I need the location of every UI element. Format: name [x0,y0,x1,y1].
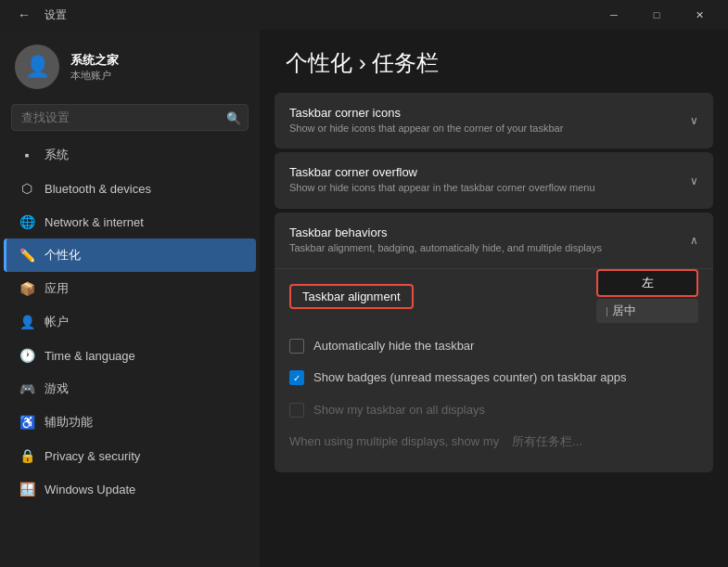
taskbar-corner-icons-card: Taskbar corner icons Show or hide icons … [275,93,713,148]
taskbar-corner-icons-chevron: ∨ [690,114,698,127]
personalization-label: 个性化 [45,247,81,264]
show-badges-label: Show badges (unread messages counter) on… [313,369,626,386]
sidebar-item-gaming[interactable]: 🎮 游戏 [4,372,256,406]
multiple-displays-label: When using multiple displays, show my [289,433,499,450]
titlebar: ← 设置 ─ □ ✕ [0,0,728,30]
all-displays-row: Show my taskbar on all displays [289,394,698,426]
taskbar-corner-icons-desc: Show or hide icons that appear on the co… [289,122,690,135]
sidebar-item-windows-update[interactable]: 🪟 Windows Update [4,472,256,506]
alignment-center-option[interactable]: | 居中 [596,299,698,323]
auto-hide-label: Automatically hide the taskbar [313,338,474,354]
taskbar-behaviors-chevron: ∧ [690,234,698,247]
taskbar-corner-icons-text: Taskbar corner icons Show or hide icons … [289,106,690,135]
show-badges-row: ✓ Show badges (unread messages counter) … [289,362,698,393]
taskbar-behaviors-desc: Taskbar alignment, badging, automaticall… [289,241,690,255]
nav-list: ▪ 系统 ⬡ Bluetooth & devices 🌐 Network & i… [0,138,260,506]
privacy-icon: 🔒 [19,447,35,464]
apps-label: 应用 [45,280,69,297]
taskbar-behaviors-expanded: Taskbar alignment 左 | 居中 Automatically [275,268,713,472]
taskbar-behaviors-text: Taskbar behaviors Taskbar alignment, bad… [289,226,690,255]
sidebar-item-accounts[interactable]: 👤 帐户 [4,305,256,339]
sidebar-item-personalization[interactable]: ✏️ 个性化 [4,238,256,272]
sidebar-item-apps[interactable]: 📦 应用 [4,272,256,305]
sidebar-item-privacy[interactable]: 🔒 Privacy & security [4,439,256,472]
right-panel: 个性化 › 任务栏 Taskbar corner icons Show or h… [260,30,728,567]
gaming-label: 游戏 [45,380,69,397]
page-header: 个性化 › 任务栏 [260,30,728,93]
all-displays-checkbox[interactable] [289,403,304,418]
alignment-left-option[interactable]: 左 [596,269,698,297]
sidebar-item-system[interactable]: ▪ 系统 [4,138,256,172]
minimize-button[interactable]: ─ [593,0,635,30]
taskbar-corner-icons-title: Taskbar corner icons [289,106,690,120]
privacy-label: Privacy & security [45,449,140,463]
profile-name: 系统之家 [70,52,119,69]
titlebar-controls: ─ □ ✕ [593,0,721,30]
main-content: 👤 系统之家 本地账户 🔍 ▪ 系统 ⬡ Bluetooth & devices… [0,30,728,567]
network-icon: 🌐 [19,213,35,230]
bluetooth-icon: ⬡ [19,180,35,197]
close-button[interactable]: ✕ [678,0,721,30]
accounts-label: 帐户 [45,314,69,330]
windows-update-icon: 🪟 [19,481,35,497]
apps-icon: 📦 [19,280,35,297]
all-displays-label: Show my taskbar on all displays [313,402,485,419]
maximize-button[interactable]: □ [635,0,678,30]
taskbar-corner-overflow-card: Taskbar corner overflow Show or hide ico… [275,152,713,208]
taskbar-corner-overflow-chevron: ∨ [690,174,698,187]
time-icon: 🕐 [19,347,35,364]
sidebar-item-bluetooth[interactable]: ⬡ Bluetooth & devices [4,172,256,205]
settings-list: Taskbar corner icons Show or hide icons … [260,93,728,567]
multiple-displays-value: 所有任务栏... [512,433,582,450]
sidebar-item-accessibility[interactable]: ♿ 辅助功能 [4,406,256,439]
page-title: 个性化 › 任务栏 [286,50,439,75]
search-box: 🔍 [11,104,249,131]
sidebar-item-time[interactable]: 🕐 Time & language [4,339,256,372]
taskbar-corner-overflow-row[interactable]: Taskbar corner overflow Show or hide ico… [275,152,713,208]
show-badges-checkbox[interactable]: ✓ [289,370,304,385]
profile-section: 👤 系统之家 本地账户 [0,30,260,100]
accounts-icon: 👤 [19,314,35,330]
avatar: 👤 [15,45,59,89]
taskbar-corner-overflow-desc: Show or hide icons that appear in the ta… [289,181,690,195]
system-label: 系统 [45,147,69,163]
profile-sub: 本地账户 [70,69,119,83]
alignment-options: 左 | 居中 [596,269,698,323]
accessibility-icon: ♿ [19,414,35,431]
auto-hide-checkbox[interactable] [289,339,304,354]
taskbar-corner-overflow-text: Taskbar corner overflow Show or hide ico… [289,165,690,195]
taskbar-corner-overflow-title: Taskbar corner overflow [289,165,690,179]
bluetooth-label: Bluetooth & devices [45,182,151,196]
sidebar: 👤 系统之家 本地账户 🔍 ▪ 系统 ⬡ Bluetooth & devices… [0,30,260,567]
titlebar-left: ← 设置 [11,2,67,28]
taskbar-behaviors-row[interactable]: Taskbar behaviors Taskbar alignment, bad… [275,213,713,268]
gaming-icon: 🎮 [19,380,35,397]
back-button[interactable]: ← [11,2,37,28]
taskbar-alignment-box: Taskbar alignment 左 | 居中 [289,269,698,323]
taskbar-behaviors-title: Taskbar behaviors [289,226,690,239]
windows-update-label: Windows Update [45,483,135,496]
taskbar-alignment-label: Taskbar alignment [289,284,414,309]
multiple-displays-row: When using multiple displays, show my 所有… [289,426,698,457]
profile-info: 系统之家 本地账户 [70,52,119,83]
time-label: Time & language [45,349,135,363]
taskbar-corner-icons-row[interactable]: Taskbar corner icons Show or hide icons … [275,93,713,148]
auto-hide-row: Automatically hide the taskbar [289,330,698,362]
network-label: Network & internet [45,215,144,229]
system-icon: ▪ [19,147,35,163]
taskbar-behaviors-card: Taskbar behaviors Taskbar alignment, bad… [275,213,713,472]
search-icon: 🔍 [226,110,241,124]
accessibility-label: 辅助功能 [45,414,93,431]
personalization-icon: ✏️ [19,247,35,264]
titlebar-title: 设置 [45,7,67,23]
search-input[interactable] [11,104,249,131]
sidebar-item-network[interactable]: 🌐 Network & internet [4,205,256,238]
